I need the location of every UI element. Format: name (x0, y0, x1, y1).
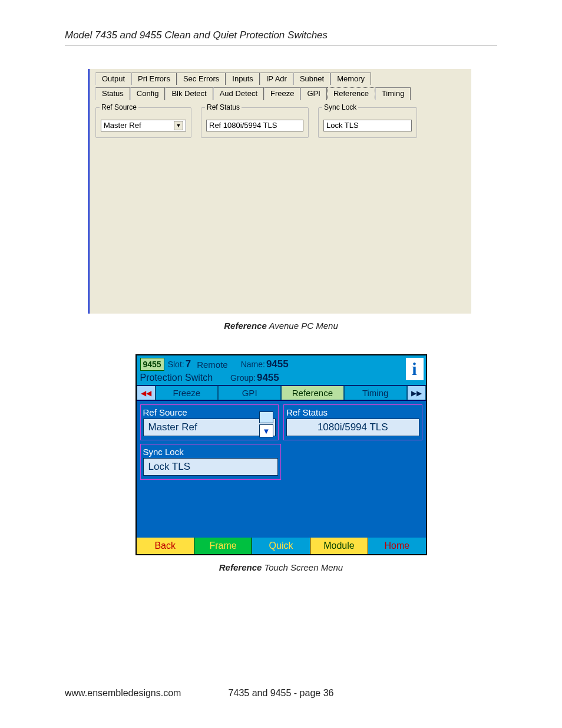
footer-url: www.ensembledesigns.com (65, 688, 209, 699)
frame-button[interactable]: Frame (194, 538, 252, 554)
ts-sync-lock-field: Sync Lock Lock TLS (140, 444, 282, 480)
tabs-prev-icon[interactable]: ◀◀ (137, 386, 156, 400)
caption-pc-bold: Reference (224, 321, 267, 331)
tab-inputs[interactable]: Inputs (226, 73, 259, 85)
group-ref-source: Ref Source Master Ref ▼ (95, 107, 191, 138)
ts-tab-reference[interactable]: Reference (281, 386, 344, 400)
ts-tab-timing[interactable]: Timing (344, 386, 407, 400)
ts-slot-value: 7 (186, 358, 191, 370)
tab-subnet[interactable]: Subnet (293, 73, 330, 85)
tabs-next-icon[interactable]: ▶▶ (407, 386, 426, 400)
footer-page: 7435 and 9455 - page 36 (209, 688, 353, 699)
ts-mode: Remote (197, 360, 228, 370)
ts-body: Ref Source Master Ref ▼ Ref Status 1080i… (137, 401, 426, 538)
ts-ref-status-label: Ref Status (286, 407, 419, 417)
quick-button[interactable]: Quick (252, 538, 310, 554)
ts-sync-lock-value: Lock TLS (143, 458, 279, 476)
tab-config[interactable]: Config (130, 87, 166, 100)
ts-group-label: Group: (230, 373, 256, 383)
page-footer: www.ensembledesigns.com 7435 and 9455 - … (65, 688, 497, 699)
ts-ref-source-label: Ref Source (143, 407, 276, 417)
ref-source-combo[interactable]: Master Ref ▼ (101, 120, 186, 131)
ts-bottom-bar: Back Frame Quick Module Home (137, 538, 426, 554)
ts-tab-freeze[interactable]: Freeze (156, 386, 219, 400)
ref-status-label: Ref Status (205, 103, 242, 111)
pc-menu-screenshot: Output Pri Errors Sec Errors Inputs IP A… (88, 69, 471, 314)
tab-status[interactable]: Status (95, 87, 130, 100)
tab-reference[interactable]: Reference (327, 87, 375, 100)
tab-timing[interactable]: Timing (375, 87, 411, 100)
title-underline (65, 45, 497, 45)
chevron-down-icon[interactable]: ▼ (174, 121, 183, 130)
info-icon[interactable]: i (406, 358, 424, 380)
tab-ip-adr[interactable]: IP Adr (260, 73, 293, 85)
ref-source-label: Ref Source (100, 103, 138, 111)
tab-memory[interactable]: Memory (330, 73, 371, 85)
home-button[interactable]: Home (368, 538, 425, 554)
tab-pri-errors[interactable]: Pri Errors (131, 73, 177, 85)
page-title: Model 7435 and 9455 Clean and Quiet Prot… (65, 29, 497, 41)
ts-ref-source-field[interactable]: Ref Source Master Ref ▼ (140, 404, 279, 440)
tab-aud-detect[interactable]: Aud Detect (213, 87, 264, 100)
chevron-down-icon[interactable]: ▼ (259, 424, 273, 437)
ts-ref-source-value: Master Ref (143, 419, 276, 436)
caption-touch-menu: Reference Touch Screen Menu (65, 562, 497, 572)
ts-ref-source-spare (259, 411, 273, 423)
ts-header: 9455 Slot: 7 Remote Name: 9455 i Protect… (137, 355, 426, 385)
tab-output[interactable]: Output (95, 73, 131, 85)
tab-freeze[interactable]: Freeze (264, 87, 300, 100)
ref-source-value: Master Ref (104, 120, 141, 131)
ts-name-label: Name: (241, 360, 265, 369)
ts-ref-status-field: Ref Status 1080i/5994 TLS (283, 404, 422, 440)
ts-tab-gpi[interactable]: GPI (218, 386, 281, 400)
module-button[interactable]: Module (310, 538, 368, 554)
group-sync-lock: Sync Lock Lock TLS (318, 107, 417, 138)
sync-lock-value: Lock TLS (323, 120, 412, 131)
ref-status-value: Ref 1080i/5994 TLS (206, 120, 303, 131)
pc-tabs-row1: Output Pri Errors Sec Errors Inputs IP A… (95, 73, 465, 85)
ts-group-value: 9455 (257, 372, 279, 384)
ts-model-badge: 9455 (140, 358, 164, 371)
sync-lock-label: Sync Lock (322, 103, 358, 111)
back-button[interactable]: Back (137, 538, 194, 554)
group-ref-status: Ref Status Ref 1080i/5994 TLS (201, 107, 309, 138)
pc-tabs-row2: Status Config Blk Detect Aud Detect Free… (95, 87, 465, 100)
ts-sync-lock-label: Sync Lock (143, 447, 279, 457)
ts-subtitle: Protection Switch (140, 373, 213, 383)
ts-ref-status-value: 1080i/5994 TLS (286, 419, 419, 436)
caption-pc-rest: Avenue PC Menu (267, 321, 338, 331)
touch-menu-screenshot: 9455 Slot: 7 Remote Name: 9455 i Protect… (135, 354, 427, 555)
caption-pc-menu: Reference Avenue PC Menu (65, 321, 497, 331)
caption-touch-rest: Touch Screen Menu (262, 562, 343, 572)
ts-slot-label: Slot: (168, 360, 184, 369)
ts-tabs: ◀◀ Freeze GPI Reference Timing ▶▶ (137, 385, 426, 401)
tab-sec-errors[interactable]: Sec Errors (177, 73, 226, 85)
tab-blk-detect[interactable]: Blk Detect (165, 87, 213, 100)
ts-name-value: 9455 (266, 358, 289, 370)
caption-touch-bold: Reference (219, 562, 262, 572)
tab-gpi[interactable]: GPI (300, 87, 326, 100)
